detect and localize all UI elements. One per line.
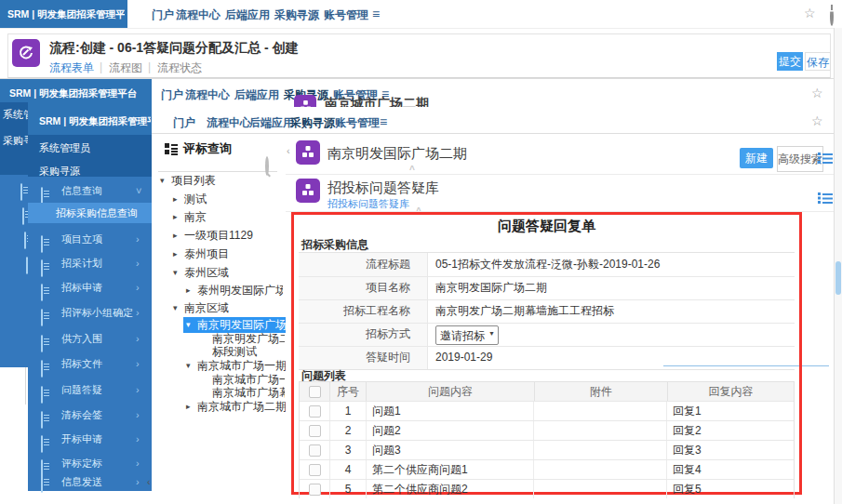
tree-node-label[interactable]: 泰州项目 [184, 246, 229, 262]
favorite-star-icon[interactable]: ☆ [811, 113, 823, 128]
sidebar-item-panel-confirm[interactable]: 招评标小组确定 › [28, 300, 152, 325]
nav-portal[interactable]: 门户 [161, 87, 183, 103]
tree-collapsed-icon[interactable]: ▸ [173, 209, 178, 225]
tree-expanded-icon[interactable]: ▾ [173, 300, 178, 316]
chevron-right-icon: › [136, 351, 140, 376]
tree-node-label[interactable]: 项目列表 [171, 173, 216, 189]
checkbox[interactable] [309, 464, 321, 476]
tab-process-form[interactable]: 流程表单 [49, 60, 94, 76]
row-checkbox-cell[interactable] [300, 441, 330, 459]
tree-node-label[interactable]: 泰州明发国际广场二期 [197, 283, 283, 298]
row-checkbox-cell[interactable] [300, 402, 330, 420]
scrollbar-track[interactable] [834, 28, 842, 504]
tree-node-taizhou-project[interactable]: ▸ 泰州项目 [152, 246, 286, 262]
submit-button[interactable]: 提交 [777, 52, 803, 71]
content-header1-title: 南京明发国际广场二期 [327, 145, 467, 163]
menu-doc-icon [22, 207, 24, 225]
tree-node-nanjing-region[interactable]: ▾ 南京区域 [152, 300, 286, 316]
sidebar-item-info-send[interactable]: 信息发送 › [28, 472, 152, 491]
tree-node-label[interactable]: 测试 [184, 192, 207, 207]
row-checkbox-cell[interactable] [300, 460, 330, 479]
row-question: 问题1 [367, 402, 534, 420]
tree-node-level1-1129[interactable]: ▸ 一级项目1129 [152, 228, 286, 244]
nav-account[interactable]: 账号管理 [324, 7, 368, 23]
tree-collapsed-icon[interactable]: ▸ [173, 228, 178, 244]
sidebar-item-bid-documents[interactable]: 招标文件 › [28, 351, 152, 376]
sidebar-subitem-active[interactable]: 招标采购信息查询 [28, 203, 152, 223]
sidebar-collapse-handle[interactable]: ‹ [147, 476, 151, 487]
tree-collapsed-icon[interactable]: ▸ [186, 399, 191, 415]
tree-node-taizhou-plaza2[interactable]: ▸ 泰州明发国际广场二期 [152, 283, 286, 298]
tree-expanded-icon[interactable]: ▾ [173, 265, 178, 281]
tree-search-input[interactable] [158, 158, 277, 172]
nav-sourcing[interactable]: 采购寻源 [274, 7, 319, 23]
panel-collapse-handle[interactable]: ‹ [287, 145, 290, 156]
nav-backend-apps[interactable]: 后端应用 [234, 87, 279, 103]
row-checkbox-cell[interactable] [300, 421, 330, 440]
bid-method-select[interactable]: 邀请招标 ▼ [435, 325, 499, 345]
ghost-header-clip: 南京城市广场二期 [289, 94, 448, 108]
row-no: 5 [330, 480, 367, 498]
tree-node-city-plaza2[interactable]: ▸ 南京城市广场二期 [152, 399, 286, 415]
nav-account[interactable]: 账号管理 [335, 115, 380, 131]
sidebar-item-bid-apply[interactable]: 招标申请 › [28, 275, 152, 299]
tree-node-label[interactable]: 南京区域 [184, 300, 229, 316]
sidebar-item-label: 信息查询 [61, 179, 102, 203]
question-library-link[interactable]: 招投标问题答疑库 [327, 197, 409, 211]
save-button[interactable]: 保存 [805, 52, 831, 71]
sidebar-item-clear-bid-sign[interactable]: 清标会签 › [28, 403, 152, 427]
tree-node-test[interactable]: ▸ 测试 [152, 192, 286, 207]
checkbox[interactable] [309, 484, 321, 496]
tree-expanded-icon[interactable]: ▾ [186, 358, 191, 374]
nav-backend-apps[interactable]: 后端应用 [225, 7, 270, 23]
select-all-checkbox-cell[interactable] [300, 382, 330, 401]
nav-process-center[interactable]: 流程中心 [176, 7, 221, 23]
nav-process-center[interactable]: 流程中心 [185, 87, 230, 103]
nav-portal[interactable]: 门户 [173, 115, 195, 131]
sidebar-item-open-bid-apply[interactable]: 开标申请 › [28, 427, 152, 451]
tree-collapsed-icon[interactable]: ▸ [173, 246, 178, 262]
tree-panel-title: 评标查询 [183, 140, 232, 157]
sidebar-item-info-query[interactable]: 信息查询 ˅ [28, 179, 152, 203]
checkbox[interactable] [309, 405, 321, 418]
tab-process-status[interactable]: 流程状态 [157, 60, 202, 76]
favorite-star-icon[interactable]: ☆ [804, 6, 816, 20]
tree-collapsed-icon[interactable]: ▸ [173, 192, 178, 207]
checkbox[interactable] [309, 444, 321, 457]
tree-node-label[interactable]: 南京 [184, 209, 207, 225]
sidebar-item-question-answer[interactable]: 问题答疑 › [28, 378, 152, 402]
checkbox[interactable] [309, 386, 321, 398]
tree-node-label[interactable]: 一级项目1129 [184, 228, 253, 244]
sidebar-item-project-setup[interactable]: 项目立项 › [28, 227, 152, 251]
row-checkbox-cell[interactable] [300, 480, 330, 498]
sidebar-item-supplier-shortlist[interactable]: 供方入围 › [28, 326, 152, 351]
tree-node-label[interactable]: 南京城市广场二期 [197, 399, 287, 415]
checkbox[interactable] [309, 425, 321, 437]
tree-node-nanjing[interactable]: ▸ 南京 [152, 209, 286, 225]
nav-sourcing[interactable]: 采购寻源 [290, 115, 335, 131]
field-label: 招标方式 [299, 323, 410, 346]
favorite-star-icon[interactable]: ☆ [811, 86, 823, 100]
new-button[interactable]: 新建 [740, 148, 773, 168]
scrollbar-thumb[interactable] [835, 261, 841, 295]
tree-expanded-icon[interactable]: ▾ [160, 173, 165, 189]
brand-block-4: SRM | 明发集团招采管理平台 [28, 107, 152, 135]
tree-expanded-icon[interactable]: ▾ [186, 317, 191, 333]
tree-node-label[interactable]: 泰州区域 [184, 265, 229, 281]
tab-process-diagram[interactable]: 流程图 [109, 60, 142, 76]
nav-portal[interactable]: 门户 [152, 7, 174, 23]
tree-node-project-list[interactable]: ▾ 项目列表 [152, 173, 286, 189]
nav-process-center[interactable]: 流程中心 [207, 115, 251, 131]
hamburger-icon[interactable]: ≡ [380, 114, 387, 129]
tree-collapsed-icon[interactable]: ▸ [186, 283, 191, 298]
sidebar-item-bidding-plan[interactable]: 招采计划 › [28, 251, 152, 275]
tree-node-taizhou-region[interactable]: ▾ 泰州区域 [152, 265, 286, 281]
row-attachment [534, 460, 667, 479]
hamburger-icon[interactable]: ≡ [372, 7, 380, 21]
question-table: 序号 问题内容 附件 回复内容 1 问题1 回复1 2 问题2 [299, 381, 795, 498]
question-row: 5 第二个供应商问题2 回复5 [300, 479, 794, 498]
advanced-search-button[interactable]: 高级搜索 [777, 146, 823, 172]
power-icon[interactable] [830, 7, 834, 26]
sidebar-group[interactable]: 采购寻源 [39, 165, 80, 179]
nav-backend-apps[interactable]: 后端应用 [249, 115, 294, 131]
